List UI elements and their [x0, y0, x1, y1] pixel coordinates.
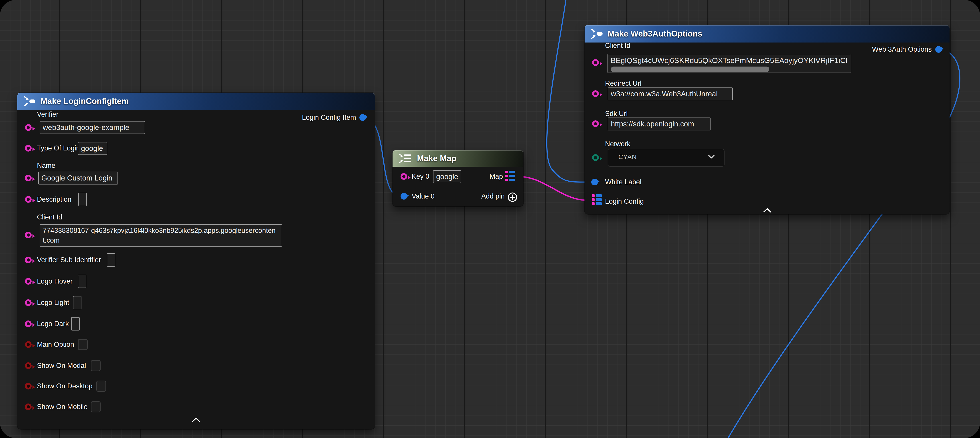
pin-show-on-modal[interactable]	[25, 362, 32, 369]
pin-label-network: Network	[605, 140, 630, 148]
pin-redirect-url[interactable]	[592, 90, 599, 97]
pin-label-client-id: Client Id	[605, 41, 630, 50]
node-header-make-map[interactable]: Make Map	[393, 150, 523, 167]
pin-sdk-url[interactable]	[592, 120, 599, 127]
chevron-down-icon	[708, 154, 715, 159]
blueprint-graph-canvas[interactable]: Make LoginConfigItem Login Config Item V…	[0, 0, 980, 438]
add-pin-label: Add pin	[481, 192, 505, 201]
pin-label-logo-dark: Logo Dark	[37, 319, 69, 328]
pin-label-verifier-sub-identifier: Verifier Sub Identifier	[37, 255, 101, 264]
wire-offscreen-to-whitelabel[interactable]	[547, 0, 589, 182]
pin-label-white-label: White Label	[605, 178, 641, 186]
pin-verifier-sub-identifier[interactable]	[25, 256, 32, 263]
pin-value-0[interactable]	[401, 193, 407, 200]
collapse-node-button[interactable]	[192, 417, 200, 422]
pin-main-option[interactable]	[25, 341, 32, 348]
make-map-icon	[398, 153, 412, 164]
pin-logo-hover[interactable]	[25, 278, 32, 285]
pin-show-on-mobile[interactable]	[25, 403, 32, 410]
output-pin-label: Login Config Item	[302, 113, 356, 122]
pin-description[interactable]	[25, 196, 32, 203]
pin-label-logo-hover: Logo Hover	[37, 277, 73, 286]
pin-client-id[interactable]	[25, 232, 32, 238]
pin-label-logo-light: Logo Light	[37, 298, 69, 307]
logo-hover-input[interactable]	[78, 275, 86, 288]
plus-circle-icon	[508, 192, 518, 202]
node-title: Make Web3AuthOptions	[608, 29, 702, 38]
show-on-modal-checkbox[interactable]	[91, 360, 100, 371]
pin-label-show-on-desktop: Show On Desktop	[37, 382, 92, 390]
pin-label-name: Name	[37, 161, 56, 170]
node-title: Make Map	[417, 154, 457, 163]
node-make-web3authoptions[interactable]: Make Web3AuthOptions Web 3Auth Options C…	[585, 25, 950, 214]
make-struct-icon	[590, 29, 603, 39]
pin-label-login-config: Login Config	[605, 197, 644, 206]
pin-label-main-option: Main Option	[37, 340, 74, 349]
pin-type-of-login[interactable]	[25, 145, 32, 151]
pin-client-id[interactable]	[592, 59, 599, 66]
make-struct-icon	[23, 96, 36, 107]
add-pin-button[interactable]	[508, 192, 518, 202]
blueprint-editor: Make LoginConfigItem Login Config Item V…	[0, 0, 980, 438]
show-on-mobile-checkbox[interactable]	[91, 401, 100, 413]
description-input[interactable]	[78, 193, 87, 206]
node-make-loginconfigitem[interactable]: Make LoginConfigItem Login Config Item V…	[18, 92, 375, 429]
verifier-input[interactable]: web3auth-google-example	[40, 121, 145, 134]
pin-login-config[interactable]	[592, 194, 602, 205]
redirect-url-input[interactable]: w3a://com.w3a.Web3AuthUnreal	[608, 88, 733, 100]
node-title: Make LoginConfigItem	[40, 97, 129, 106]
network-dropdown-value: CYAN	[619, 153, 636, 161]
network-dropdown[interactable]: CYAN	[608, 149, 725, 167]
pin-logo-light[interactable]	[25, 299, 32, 306]
sdk-url-input[interactable]: https://sdk.openlogin.com	[608, 118, 711, 131]
pin-label-verifier: Verifier	[37, 110, 58, 119]
verifier-sub-identifier-input[interactable]	[107, 253, 115, 267]
pin-key-0[interactable]	[401, 173, 407, 180]
show-on-desktop-checkbox[interactable]	[96, 381, 106, 392]
pin-show-on-desktop[interactable]	[25, 383, 32, 390]
pin-verifier[interactable]	[25, 124, 32, 131]
pin-label-redirect-url: Redirect Url	[605, 79, 641, 88]
client-id-horizontal-scrollbar[interactable]	[611, 67, 769, 72]
pin-label-value-0: Value 0	[412, 192, 434, 201]
node-header-make-loginconfigitem[interactable]: Make LoginConfigItem	[18, 92, 375, 110]
pin-label-client-id: Client Id	[37, 213, 62, 222]
pin-label-sdk-url: Sdk Url	[605, 109, 628, 118]
pin-label-description: Description	[37, 195, 72, 204]
pin-label-key-0: Key 0	[412, 172, 429, 181]
pin-white-label[interactable]	[591, 179, 598, 185]
collapse-node-button[interactable]	[763, 208, 771, 213]
output-pin-login-config-item[interactable]	[360, 114, 366, 121]
logo-dark-input[interactable]	[71, 317, 80, 331]
node-make-map[interactable]: Make Map Key 0 google Map Value 0 Add pi…	[393, 150, 523, 206]
main-option-checkbox[interactable]	[78, 339, 88, 350]
logo-light-input[interactable]	[73, 296, 81, 309]
pin-label-type-of-login: Type Of Login	[37, 144, 80, 153]
type-of-login-input[interactable]: google	[78, 142, 107, 155]
wire-map-to-loginconfig[interactable]	[517, 177, 589, 200]
output-pin-map[interactable]	[505, 171, 515, 182]
output-pin-web3auth-options[interactable]	[935, 46, 942, 53]
output-pin-label: Web 3Auth Options	[872, 45, 932, 54]
name-input[interactable]: Google Custom Login	[38, 172, 118, 185]
node-header-make-web3authoptions[interactable]: Make Web3AuthOptions	[585, 25, 950, 43]
pin-network[interactable]	[592, 154, 599, 161]
chevron-up-icon	[192, 417, 200, 422]
pin-name[interactable]	[25, 175, 32, 182]
pin-label-show-on-modal: Show On Modal	[37, 361, 86, 370]
pin-logo-dark[interactable]	[25, 320, 32, 327]
client-id-input[interactable]: 774338308167-q463s7kpvja16l4l0kko3nb925i…	[40, 225, 282, 247]
output-pin-label-map: Map	[490, 172, 503, 181]
key-0-input[interactable]: google	[433, 170, 461, 183]
chevron-up-icon	[763, 208, 771, 213]
pin-label-show-on-mobile: Show On Mobile	[37, 402, 88, 411]
